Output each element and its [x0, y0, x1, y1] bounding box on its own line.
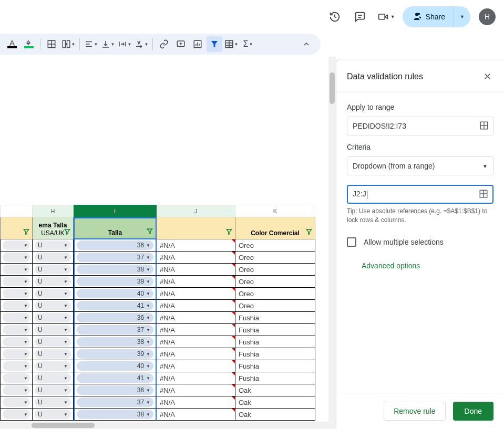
- cell-k[interactable]: Fushia: [235, 324, 315, 336]
- cell-h[interactable]: U▼: [33, 348, 74, 360]
- cell-h[interactable]: U▼: [33, 372, 74, 384]
- cell-j[interactable]: #N/A: [157, 396, 235, 409]
- cell-g[interactable]: ▼: [0, 312, 33, 324]
- filter-icon[interactable]: [23, 228, 30, 237]
- cell-h[interactable]: U▼: [33, 300, 74, 312]
- dropdown-chip[interactable]: ▼: [3, 277, 30, 286]
- dropdown-chip[interactable]: 38▼: [77, 337, 153, 347]
- cell-i[interactable]: 38▼: [74, 409, 157, 421]
- cell-h[interactable]: U▼: [33, 360, 74, 372]
- column-header-blank[interactable]: [0, 205, 33, 217]
- dropdown-chip[interactable]: U▼: [35, 410, 71, 419]
- dropdown-chip[interactable]: ▼: [3, 289, 30, 298]
- dropdown-chip[interactable]: U▼: [35, 373, 71, 383]
- cell-h[interactable]: U▼: [33, 396, 74, 409]
- dropdown-chip[interactable]: ▼: [3, 410, 30, 419]
- filter-icon[interactable]: [146, 227, 153, 236]
- cell-i[interactable]: 39▼: [74, 348, 157, 360]
- cell-i[interactable]: 40▼: [74, 360, 157, 372]
- cell-j[interactable]: #N/A: [157, 264, 235, 276]
- dropdown-chip[interactable]: ▼: [3, 313, 30, 322]
- fill-color-button[interactable]: [21, 36, 37, 52]
- cell-i[interactable]: 36▼: [74, 312, 157, 324]
- dropdown-chip[interactable]: 38▼: [77, 265, 153, 274]
- cell-k[interactable]: Oreo: [235, 288, 315, 300]
- dropdown-chip[interactable]: ▼: [3, 240, 30, 250]
- text-wrap-button[interactable]: ▼: [117, 36, 132, 52]
- cell-j[interactable]: #N/A: [157, 384, 235, 396]
- cell-h[interactable]: U▼: [33, 239, 74, 252]
- cell-i[interactable]: 36▼: [74, 239, 157, 252]
- dropdown-chip[interactable]: 36▼: [77, 313, 153, 322]
- cell-j[interactable]: #N/A: [157, 239, 235, 252]
- cell-i[interactable]: 41▼: [74, 300, 157, 312]
- cell-g[interactable]: ▼: [0, 288, 33, 300]
- cell-k[interactable]: Fushia: [235, 360, 315, 372]
- cell-k[interactable]: Oreo: [235, 300, 315, 312]
- meet-icon[interactable]: ▼: [375, 6, 398, 27]
- cell-i[interactable]: 37▼: [74, 396, 157, 409]
- cell-h[interactable]: U▼: [33, 276, 74, 288]
- cell-k[interactable]: Oreo: [235, 239, 315, 252]
- filter-button[interactable]: [207, 36, 222, 52]
- cell-j[interactable]: #N/A: [157, 372, 235, 384]
- dropdown-chip[interactable]: ▼: [3, 361, 30, 371]
- share-button[interactable]: Share: [403, 6, 454, 27]
- dropdown-chip[interactable]: ▼: [3, 325, 30, 334]
- cell-g[interactable]: ▼: [0, 336, 33, 348]
- cell-g[interactable]: ▼: [0, 239, 33, 252]
- cell-h[interactable]: U▼: [33, 384, 74, 396]
- comment-icon[interactable]: [349, 6, 371, 27]
- cell-i[interactable]: 41▼: [74, 372, 157, 384]
- select-range-icon[interactable]: [479, 121, 489, 132]
- cell-i[interactable]: 37▼: [74, 252, 157, 264]
- dropdown-chip[interactable]: ▼: [3, 265, 30, 274]
- dropdown-chip[interactable]: 37▼: [77, 253, 153, 262]
- dropdown-chip[interactable]: 41▼: [77, 301, 153, 310]
- cell-i[interactable]: 36▼: [74, 384, 157, 396]
- cell-g[interactable]: ▼: [0, 409, 33, 421]
- dropdown-chip[interactable]: 39▼: [77, 349, 153, 359]
- cell-g[interactable]: ▼: [0, 372, 33, 384]
- table-view-button[interactable]: ▼: [223, 36, 239, 52]
- vertical-align-button[interactable]: ▼: [100, 36, 116, 52]
- dropdown-chip[interactable]: U▼: [35, 253, 71, 262]
- dropdown-chip[interactable]: ▼: [3, 301, 30, 310]
- cell-j[interactable]: #N/A: [157, 312, 235, 324]
- cell-h[interactable]: U▼: [33, 252, 74, 264]
- dropdown-chip[interactable]: U▼: [35, 277, 71, 286]
- cell-i[interactable]: 38▼: [74, 336, 157, 348]
- header-cell-i[interactable]: Talla: [74, 217, 157, 239]
- cell-k[interactable]: Fushia: [235, 372, 315, 384]
- advanced-options-link[interactable]: Advanced options: [362, 261, 493, 270]
- dropdown-chip[interactable]: U▼: [35, 265, 71, 274]
- criteria-range-input[interactable]: J2:J: [347, 185, 493, 204]
- header-cell-j[interactable]: [157, 217, 235, 239]
- column-header-k[interactable]: K: [235, 205, 315, 217]
- text-rotation-button[interactable]: ▼: [133, 36, 149, 52]
- apply-range-input[interactable]: PEDIDOS!I2:I73: [347, 117, 493, 135]
- cell-k[interactable]: Fushia: [235, 312, 315, 324]
- cell-g[interactable]: ▼: [0, 324, 33, 336]
- remove-rule-button[interactable]: Remove rule: [384, 402, 445, 421]
- cell-j[interactable]: #N/A: [157, 324, 235, 336]
- horizontal-align-button[interactable]: ▼: [83, 36, 99, 52]
- header-cell-k[interactable]: Color Comercial: [235, 217, 315, 239]
- dropdown-chip[interactable]: U▼: [35, 349, 71, 359]
- dropdown-chip[interactable]: ▼: [3, 349, 30, 359]
- dropdown-chip[interactable]: 39▼: [77, 277, 153, 286]
- cell-g[interactable]: ▼: [0, 264, 33, 276]
- cell-g[interactable]: ▼: [0, 348, 33, 360]
- cell-h[interactable]: U▼: [33, 312, 74, 324]
- avatar[interactable]: H: [479, 8, 496, 25]
- cell-g[interactable]: ▼: [0, 396, 33, 409]
- merge-button[interactable]: ▼: [60, 36, 76, 52]
- close-icon[interactable]: ✕: [481, 69, 493, 85]
- insert-chart-button[interactable]: [190, 36, 205, 52]
- select-range-icon[interactable]: [479, 189, 488, 200]
- dropdown-chip[interactable]: 41▼: [77, 373, 153, 383]
- share-dropdown[interactable]: ▼: [454, 6, 470, 27]
- cell-k[interactable]: Oreo: [235, 252, 315, 264]
- dropdown-chip[interactable]: 36▼: [77, 385, 153, 395]
- cell-i[interactable]: 38▼: [74, 264, 157, 276]
